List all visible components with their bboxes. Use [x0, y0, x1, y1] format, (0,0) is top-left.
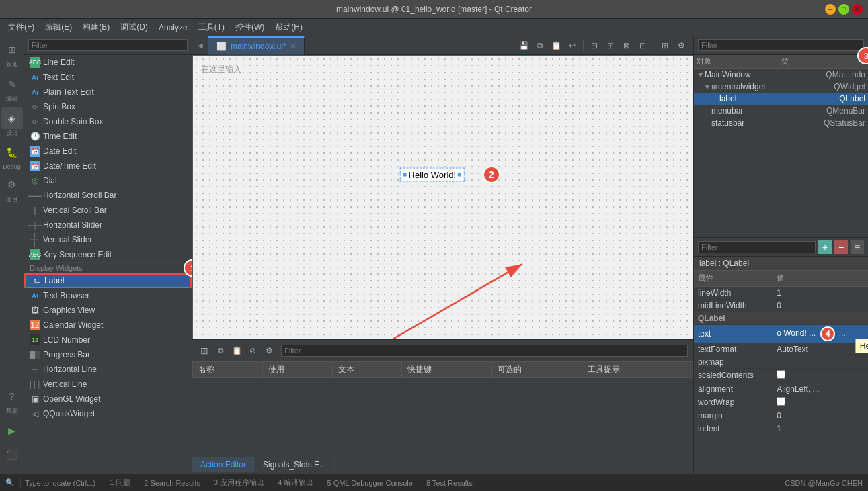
prop-pixmap[interactable]: pixmap: [694, 356, 868, 369]
widget-text-browser[interactable]: Aı Text Browser: [24, 288, 192, 303]
widget-spin-box[interactable]: ⟳ Spin Box: [24, 99, 192, 114]
prop-add-button[interactable]: +: [818, 240, 832, 254]
tree-menubar[interactable]: menubar QMenuBar: [694, 105, 868, 117]
toolbar-copy-icon[interactable]: ⧉: [533, 39, 547, 52]
design-icon[interactable]: ◈: [1, 107, 23, 129]
widget-plain-text-edit[interactable]: Aı Plain Text Edit: [24, 85, 192, 99]
activity-welcome[interactable]: ⊞ 欢迎: [1, 39, 23, 69]
widget-graphics-view[interactable]: 🖼 Graphics View: [24, 303, 192, 318]
widget-lcd-number[interactable]: 12 LCD Number: [24, 332, 192, 347]
minimize-button[interactable]: ─: [825, 4, 836, 15]
toolbar-layout3-icon[interactable]: ⊠: [620, 39, 633, 52]
status-compile[interactable]: 4 编译输出: [274, 478, 317, 488]
action-delete-icon[interactable]: ⊘: [246, 344, 260, 357]
prop-wordwrap[interactable]: wordWrap: [694, 396, 868, 410]
status-app-output[interactable]: 3 应用程序输出: [210, 478, 268, 488]
toolbar-undo-icon[interactable]: ↩: [565, 39, 579, 52]
menu-tools[interactable]: 工具(T): [193, 20, 230, 34]
widget-vline[interactable]: │││ Vertical Line: [24, 377, 192, 392]
close-button[interactable]: ✕: [852, 4, 863, 15]
activity-debug[interactable]: 🐛 Debug: [1, 142, 23, 170]
activity-help[interactable]: ? 帮助: [1, 386, 23, 416]
toolbar-settings-icon[interactable]: ⚙: [674, 39, 688, 52]
widget-label[interactable]: 🏷 Label: [24, 273, 192, 288]
toolbar-layout2-icon[interactable]: ⊞: [604, 39, 617, 52]
wordwrap-checkbox[interactable]: [777, 397, 785, 406]
status-qml[interactable]: 5 QML Debugger Console: [323, 479, 416, 487]
tab-scroll-left[interactable]: ◀: [192, 42, 208, 49]
widget-key-seq[interactable]: ABC Key Sequence Edit: [24, 247, 192, 262]
prop-margin[interactable]: margin 0: [694, 410, 868, 422]
prop-indent[interactable]: indent 1: [694, 422, 868, 435]
prop-menu-button[interactable]: ≡: [851, 240, 864, 254]
prop-filter-input[interactable]: [698, 241, 816, 253]
toolbar-layout1-icon[interactable]: ⊟: [588, 39, 601, 52]
toolbar-layout4-icon[interactable]: ⊡: [636, 39, 649, 52]
debug-icon[interactable]: 🐛: [1, 142, 23, 163]
widget-calendar[interactable]: 12 Calendar Widget: [24, 318, 192, 332]
widget-opengl[interactable]: ▣ OpenGL Widget: [24, 392, 192, 406]
menu-analyze[interactable]: Analyze: [153, 21, 193, 34]
widget-hslider[interactable]: ─┼─ Horizontal Slider: [24, 218, 192, 232]
help-icon[interactable]: ?: [1, 386, 23, 407]
tab-signals-slots[interactable]: Signals_Slots E...: [255, 457, 335, 472]
tree-mainwindow[interactable]: ▼ MainWindow QMai...ndo: [694, 69, 868, 81]
action-settings-icon[interactable]: ⚙: [262, 344, 276, 357]
stop-icon[interactable]: ⬛: [1, 444, 23, 465]
tree-label[interactable]: label QLabel: [694, 93, 868, 105]
widget-datetime-edit[interactable]: 📅 Date/Time Edit: [24, 159, 192, 173]
menu-widgets[interactable]: 控件(W): [230, 20, 270, 34]
status-search-input[interactable]: Type to locate (Ctrl...): [20, 478, 100, 488]
tree-centralwidget[interactable]: ▼ ⊞ centralwidget QWidget: [694, 81, 868, 93]
scaledcontents-checkbox[interactable]: [777, 370, 785, 379]
project-icon[interactable]: ⚙: [1, 174, 23, 195]
prop-alignment[interactable]: alignment AlignLeft, ...: [694, 383, 868, 396]
widget-hscrollbar[interactable]: ═══ Horizontal Scroll Bar: [24, 188, 192, 203]
menu-file[interactable]: 文件(F): [3, 20, 40, 34]
tab-mainwindow[interactable]: ⬜ mainwindow.ui* ✕: [208, 36, 305, 55]
action-copy-icon[interactable]: ⧉: [214, 344, 227, 357]
prop-text[interactable]: text o World! ... 4 ... Hello World!: [694, 325, 868, 343]
prop-text-edit-btn[interactable]: ...: [839, 328, 846, 338]
action-filter-input[interactable]: [281, 345, 688, 357]
widget-line-edit[interactable]: ABC Line Edit: [24, 55, 192, 70]
widget-filter-input[interactable]: [28, 39, 188, 51]
obj-filter-input[interactable]: [698, 39, 864, 51]
toolbar-paste-icon[interactable]: 📋: [549, 39, 563, 52]
canvas-area[interactable]: 在这里输入 Hello World! 2: [192, 55, 693, 339]
hello-world-label[interactable]: Hello World!: [400, 167, 465, 181]
activity-edit[interactable]: ✎ 编辑: [1, 73, 23, 103]
widget-qquick[interactable]: ◁ QQuickWidget: [24, 406, 192, 421]
menu-help[interactable]: 帮助(H): [270, 20, 308, 34]
widget-vscrollbar[interactable]: ║ Vertical Scroll Bar: [24, 203, 192, 218]
status-problems[interactable]: 1 问题: [106, 478, 134, 488]
activity-design[interactable]: ◈ 设计: [1, 107, 23, 138]
activity-project[interactable]: ⚙ 项目: [1, 174, 23, 204]
tab-close-icon[interactable]: ✕: [290, 42, 296, 50]
action-paste-icon[interactable]: 📋: [230, 344, 243, 357]
widget-dial[interactable]: ◎ Dial: [24, 173, 192, 188]
tab-action-editor[interactable]: Action Editor: [192, 457, 255, 472]
prop-textformat[interactable]: textFormat AutoText: [694, 343, 868, 356]
edit-icon[interactable]: ✎: [1, 73, 23, 95]
menu-build[interactable]: 构建(B): [77, 20, 115, 34]
prop-remove-button[interactable]: −: [834, 240, 848, 254]
toolbar-grid-icon[interactable]: ⊞: [658, 39, 672, 52]
menu-edit[interactable]: 编辑(E): [40, 20, 77, 34]
prop-midlinewidth[interactable]: midLineWidth 0: [694, 300, 868, 312]
prop-linewidth[interactable]: lineWidth 1: [694, 287, 868, 300]
menu-debug[interactable]: 调试(D): [115, 20, 153, 34]
welcome-icon[interactable]: ⊞: [1, 39, 23, 60]
widget-hline[interactable]: ─ Horizontal Line: [24, 362, 192, 377]
widget-vslider[interactable]: ─┼─ Vertical Slider: [24, 232, 192, 247]
widget-text-edit[interactable]: Aı Text Edit: [24, 70, 192, 85]
status-search[interactable]: 2 Search Results: [140, 479, 204, 487]
widget-date-edit[interactable]: 📅 Date Edit: [24, 144, 192, 159]
widget-progress-bar[interactable]: █▒ Progress Bar: [24, 347, 192, 362]
run-icon[interactable]: ▶: [1, 420, 23, 441]
widget-double-spin-box[interactable]: ⟳ Double Spin Box: [24, 114, 192, 129]
status-tests[interactable]: 8 Test Results: [422, 479, 477, 487]
action-new-icon[interactable]: ⊞: [198, 344, 211, 357]
maximize-button[interactable]: □: [838, 4, 849, 15]
tree-statusbar[interactable]: statusbar QStatusBar: [694, 117, 868, 129]
